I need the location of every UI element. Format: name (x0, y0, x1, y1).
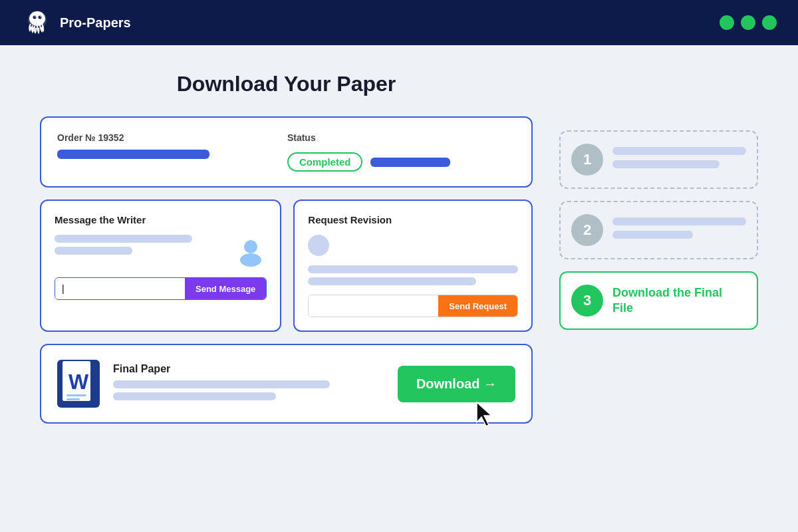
step-1-line-2 (612, 160, 720, 168)
writer-avatar-icon (235, 235, 267, 267)
step-3-label: Download the Final File (612, 285, 746, 317)
header-dots (720, 15, 777, 30)
step-2-line-1 (612, 217, 746, 225)
writer-lines (55, 235, 227, 259)
final-paper-title: Final Paper (113, 363, 384, 375)
word-file-icon: W (57, 360, 100, 408)
status-skeleton (370, 158, 450, 167)
left-panel: Download Your Paper Order № 19352 Status… (40, 72, 533, 424)
dot-3 (762, 15, 777, 30)
send-request-button[interactable]: Send Request (438, 295, 517, 317)
step-2-line-2 (612, 231, 693, 239)
message-input-row[interactable]: Send Message (55, 277, 267, 300)
dot-1 (720, 15, 734, 30)
message-card: Message the Writer Send Message (40, 200, 281, 332)
order-number-col: Order № 19352 (57, 132, 247, 172)
logo-text: Pro-Papers (60, 15, 131, 31)
revision-extra-lines (308, 265, 518, 285)
step-2-lines (612, 217, 746, 243)
final-line-1 (113, 380, 330, 388)
octopus-logo-icon (21, 7, 53, 39)
revision-input[interactable] (309, 295, 438, 317)
download-button[interactable]: Download → (398, 366, 515, 402)
svg-point-5 (40, 16, 41, 17)
svg-text:W: W (68, 370, 89, 394)
right-panel: 1 2 3 Download the Final File (559, 72, 758, 424)
cursor-icon (474, 401, 495, 428)
revision-input-row[interactable]: Send Request (308, 295, 518, 317)
step-2-card: 2 (559, 201, 758, 259)
status-label: Status (287, 132, 515, 143)
svg-point-3 (39, 16, 42, 19)
order-skeleton (57, 150, 209, 159)
svg-point-7 (240, 253, 261, 267)
order-label: Order № 19352 (57, 132, 247, 143)
final-line-2 (113, 392, 276, 400)
send-message-button[interactable]: Send Message (185, 278, 266, 299)
final-paper-card: W Final Paper Download → (40, 344, 533, 424)
final-paper-info: Final Paper (113, 363, 384, 404)
step-1-card: 1 (559, 130, 758, 189)
revision-line-3 (308, 277, 476, 285)
svg-point-4 (35, 16, 36, 17)
step-1-number: 1 (571, 144, 603, 176)
page-title: Download Your Paper (40, 72, 533, 96)
writer-line-2 (55, 247, 132, 255)
step-2-number: 2 (571, 214, 603, 246)
step-1-line-1 (612, 147, 746, 155)
writer-info-row (55, 235, 267, 267)
svg-point-1 (29, 11, 45, 26)
message-card-title: Message the Writer (55, 214, 267, 225)
two-col-section: Message the Writer Send Message (40, 200, 533, 332)
dot-2 (741, 15, 755, 30)
revision-card-title: Request Revision (308, 214, 518, 225)
status-badge: Completed (287, 152, 363, 172)
svg-point-2 (33, 16, 37, 19)
revision-card: Request Revision Send Request (293, 200, 533, 332)
svg-rect-13 (66, 398, 80, 400)
order-card: Order № 19352 Status Completed (40, 116, 533, 188)
svg-rect-12 (66, 394, 86, 396)
logo: Pro-Papers (21, 7, 131, 39)
step-1-lines (612, 147, 746, 172)
main-content: Download Your Paper Order № 19352 Status… (0, 45, 798, 450)
revision-avatar (308, 235, 329, 256)
message-input[interactable] (55, 278, 185, 299)
revision-header-row (308, 235, 518, 256)
status-col: Status Completed (287, 132, 515, 172)
step-3-number: 3 (571, 285, 603, 317)
writer-line-1 (55, 235, 192, 243)
revision-line-2 (308, 265, 518, 273)
svg-point-6 (244, 240, 257, 253)
step-3-card: 3 Download the Final File (559, 271, 758, 330)
header: Pro-Papers (0, 0, 798, 45)
